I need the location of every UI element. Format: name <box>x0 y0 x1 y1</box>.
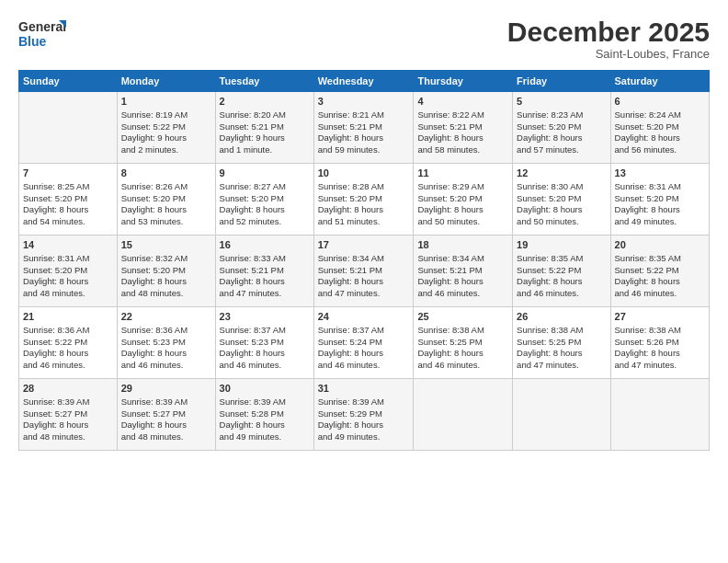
day-info: Daylight: 8 hours <box>517 132 582 143</box>
day-info: and 59 minutes. <box>318 144 381 155</box>
day-info: Daylight: 8 hours <box>220 276 285 286</box>
calendar-cell: 25Sunrise: 8:38 AMSunset: 5:25 PMDayligh… <box>414 307 513 379</box>
day-info: and 53 minutes. <box>121 216 184 226</box>
calendar-cell: 2Sunrise: 8:20 AMSunset: 5:21 PMDaylight… <box>215 92 313 164</box>
day-info: Sunrise: 8:36 AM <box>23 325 89 335</box>
day-number: 13 <box>615 167 705 180</box>
calendar-cell: 7Sunrise: 8:25 AMSunset: 5:20 PMDaylight… <box>19 164 118 236</box>
day-info: Sunset: 5:22 PM <box>615 265 679 275</box>
day-info: and 46 minutes. <box>318 360 381 370</box>
day-info: Sunset: 5:20 PM <box>121 193 186 203</box>
calendar-cell: 1Sunrise: 8:19 AMSunset: 5:22 PMDaylight… <box>117 92 215 164</box>
day-number: 22 <box>121 310 211 324</box>
day-info: Daylight: 8 hours <box>517 348 582 358</box>
calendar-cell: 29Sunrise: 8:39 AMSunset: 5:27 PMDayligh… <box>117 379 215 451</box>
day-info: and 46 minutes. <box>121 360 184 370</box>
day-info: and 51 minutes. <box>318 216 381 226</box>
day-info: and 48 minutes. <box>23 431 85 442</box>
day-info: and 49 minutes. <box>318 431 381 442</box>
day-info: Sunset: 5:21 PM <box>318 265 382 275</box>
title-block: December 2025 Saint-Loubes, France <box>507 17 710 61</box>
header-friday: Friday <box>513 71 610 92</box>
day-info: Daylight: 8 hours <box>517 276 582 286</box>
day-info: and 56 minutes. <box>615 144 677 155</box>
calendar-cell: 21Sunrise: 8:36 AMSunset: 5:22 PMDayligh… <box>19 307 118 379</box>
day-info: Sunset: 5:20 PM <box>615 193 679 203</box>
day-info: Daylight: 8 hours <box>121 348 187 358</box>
day-info: Sunrise: 8:22 AM <box>417 109 483 120</box>
svg-text:Blue: Blue <box>18 34 47 49</box>
day-info: Daylight: 8 hours <box>417 204 483 214</box>
day-number: 16 <box>220 238 310 252</box>
day-info: Sunrise: 8:36 AM <box>121 325 188 335</box>
day-info: Sunset: 5:20 PM <box>220 193 284 203</box>
day-info: and 54 minutes. <box>23 216 85 226</box>
day-info: and 46 minutes. <box>615 288 677 298</box>
day-info: and 46 minutes. <box>220 360 282 370</box>
day-info: Sunrise: 8:39 AM <box>220 396 286 407</box>
calendar-cell: 5Sunrise: 8:23 AMSunset: 5:20 PMDaylight… <box>513 92 610 164</box>
logo-icon: General Blue <box>18 17 69 52</box>
calendar-page: General Blue December 2025 Saint-Loubes,… <box>0 0 728 563</box>
day-number: 31 <box>318 382 410 396</box>
day-number: 14 <box>23 238 113 252</box>
calendar-cell <box>513 379 610 451</box>
day-info: Sunrise: 8:39 AM <box>318 396 384 407</box>
day-info: Sunset: 5:20 PM <box>318 193 382 203</box>
calendar-cell: 9Sunrise: 8:27 AMSunset: 5:20 PMDaylight… <box>215 164 313 236</box>
month-title: December 2025 <box>507 17 710 47</box>
day-number: 19 <box>517 238 606 252</box>
header-wednesday: Wednesday <box>313 71 414 92</box>
day-info: Sunrise: 8:35 AM <box>615 253 681 263</box>
day-info: Daylight: 8 hours <box>121 419 187 430</box>
day-info: Sunrise: 8:21 AM <box>318 109 384 120</box>
day-info: and 47 minutes. <box>220 288 282 298</box>
day-number: 10 <box>318 167 410 180</box>
calendar-cell: 12Sunrise: 8:30 AMSunset: 5:20 PMDayligh… <box>513 164 610 236</box>
day-info: Sunset: 5:20 PM <box>517 193 581 203</box>
day-info: Sunset: 5:21 PM <box>220 265 284 275</box>
day-info: Sunset: 5:20 PM <box>23 193 87 203</box>
day-info: Sunrise: 8:24 AM <box>615 109 681 120</box>
week-row-4: 21Sunrise: 8:36 AMSunset: 5:22 PMDayligh… <box>19 307 710 379</box>
day-info: Daylight: 8 hours <box>121 276 187 286</box>
calendar-cell: 19Sunrise: 8:35 AMSunset: 5:22 PMDayligh… <box>513 236 610 307</box>
day-info: Sunset: 5:20 PM <box>23 265 87 275</box>
calendar-cell: 31Sunrise: 8:39 AMSunset: 5:29 PMDayligh… <box>313 379 414 451</box>
day-info: Sunrise: 8:39 AM <box>23 396 89 407</box>
calendar-cell <box>610 379 709 451</box>
day-info: and 47 minutes. <box>615 360 677 370</box>
day-info: and 49 minutes. <box>615 216 677 226</box>
day-info: Sunrise: 8:38 AM <box>517 325 583 335</box>
calendar-cell <box>19 92 118 164</box>
calendar-cell: 11Sunrise: 8:29 AMSunset: 5:20 PMDayligh… <box>414 164 513 236</box>
day-info: Sunset: 5:26 PM <box>615 337 679 347</box>
header-monday: Monday <box>117 71 215 92</box>
calendar-cell: 13Sunrise: 8:31 AMSunset: 5:20 PMDayligh… <box>610 164 709 236</box>
day-info: Daylight: 8 hours <box>23 276 88 286</box>
day-info: Sunrise: 8:20 AM <box>220 109 286 120</box>
day-info: Daylight: 8 hours <box>318 276 383 286</box>
day-info: Sunset: 5:24 PM <box>318 337 382 347</box>
location: Saint-Loubes, France <box>507 47 710 61</box>
day-info: Sunset: 5:21 PM <box>318 121 382 132</box>
day-number: 6 <box>615 95 705 109</box>
day-info: Sunrise: 8:37 AM <box>220 325 286 335</box>
day-number: 9 <box>220 167 310 180</box>
day-info: Daylight: 8 hours <box>121 204 187 214</box>
day-number: 20 <box>615 238 705 252</box>
day-info: Sunset: 5:20 PM <box>615 121 679 132</box>
day-info: Sunset: 5:27 PM <box>23 408 87 419</box>
day-info: Daylight: 8 hours <box>615 204 680 214</box>
day-info: Daylight: 8 hours <box>318 419 383 430</box>
day-info: Daylight: 9 hours <box>121 132 187 143</box>
day-number: 5 <box>517 95 606 109</box>
day-info: Daylight: 8 hours <box>517 204 582 214</box>
day-number: 29 <box>121 382 211 396</box>
day-info: Sunset: 5:20 PM <box>417 193 482 203</box>
day-number: 30 <box>220 382 310 396</box>
day-info: Sunrise: 8:29 AM <box>417 181 483 191</box>
day-info: Sunset: 5:21 PM <box>220 121 284 132</box>
day-number: 2 <box>220 95 310 109</box>
day-info: Sunrise: 8:30 AM <box>517 181 583 191</box>
